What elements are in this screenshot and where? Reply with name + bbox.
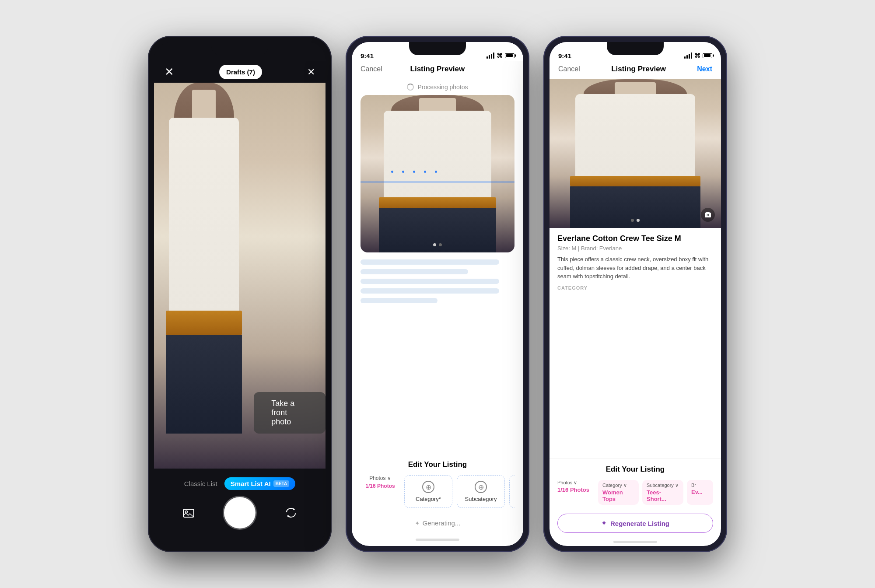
signal-bar-1	[486, 56, 488, 59]
edit-listing-title-3: Edit Your Listing	[557, 465, 713, 474]
skel-line-5	[360, 298, 438, 303]
tab-subcategory-label: Subcategory	[465, 496, 497, 502]
phone-3: 9:41 ⌘	[543, 36, 727, 552]
edit-listing-title-2: Edit Your Listing	[360, 460, 514, 469]
scan-dot-2	[402, 171, 404, 173]
edit-listing-section-2: Edit Your Listing Photos ∨ 1/16 Photos ⊕…	[352, 453, 523, 513]
belt-shape	[166, 311, 242, 335]
tab-category-2[interactable]: ⊕ Category*	[404, 475, 452, 508]
notch-2	[409, 42, 466, 55]
skeleton-area	[352, 252, 523, 453]
listing-image	[550, 79, 721, 228]
home-indicator-2	[352, 533, 523, 546]
cancel-button-3[interactable]: Cancel	[558, 65, 580, 73]
phone-1: ✕ Drafts (7) ✕	[148, 36, 332, 552]
category-circle-icon: ⊕	[422, 481, 434, 493]
camera-photo-bg: Take a front photo	[154, 83, 326, 469]
signal-bar-4-3	[691, 52, 692, 59]
smart-mode-label: Smart List AI	[231, 480, 271, 487]
page-title-2: Listing Preview	[410, 65, 465, 74]
regenerate-button[interactable]: ✦ Regenerate Listing	[557, 514, 713, 533]
close-icon[interactable]: ✕	[164, 65, 174, 79]
signal-bar-1-3	[684, 56, 686, 59]
gallery-icon[interactable]	[181, 505, 196, 521]
signal-bar-3	[491, 54, 492, 59]
skel-line-3	[360, 279, 499, 284]
svg-point-3	[707, 214, 709, 216]
scan-dots	[391, 171, 499, 173]
tab-subcategory-val-3: Tees- Short...	[647, 489, 679, 502]
tab-subcategory-3[interactable]: Subcategory ∨ Tees- Short...	[642, 480, 683, 505]
notch-3	[607, 42, 664, 55]
tab-photos-val-3: 1/16 Photos	[557, 486, 589, 493]
beta-badge: BETA	[273, 480, 289, 487]
tab-brand-2[interactable]: ⊕ B	[509, 475, 514, 508]
sparkle-icon-2: ✦	[415, 520, 420, 527]
edit-listing-section-3: Edit Your Listing Photos ∨ 1/16 Photos C…	[550, 458, 721, 509]
next-button-3[interactable]: Next	[697, 65, 712, 73]
jeans-shape	[166, 335, 242, 434]
camera-screen: ✕ Drafts (7) ✕	[154, 42, 326, 546]
shutter-button[interactable]	[224, 497, 256, 528]
classic-mode-option[interactable]: Classic List	[184, 480, 217, 487]
generating-text: Generating...	[423, 519, 461, 527]
status-time-2: 9:41	[360, 52, 374, 60]
status-time-3: 9:41	[558, 52, 571, 60]
smart-mode-option[interactable]: Smart List AI BETA	[224, 477, 295, 490]
image-dots-2	[433, 243, 442, 246]
skel-line-1	[360, 259, 499, 265]
phone-2: 9:41 ⌘	[346, 36, 529, 552]
home-bar-2	[416, 539, 459, 541]
edit-tabs-3: Photos ∨ 1/16 Photos Category ∨ Women To…	[557, 480, 713, 509]
tab-subcategory-label-3: Subcategory ∨	[647, 483, 679, 488]
listing-cam-icon[interactable]	[701, 208, 715, 222]
phone-2-screen: 9:41 ⌘	[352, 42, 523, 546]
phone-3-screen: 9:41 ⌘	[550, 42, 721, 546]
svg-point-1	[186, 511, 188, 513]
cancel-button-2[interactable]: Cancel	[360, 65, 382, 73]
tab-category-3[interactable]: Category ∨ Women Tops	[598, 480, 639, 505]
signal-bar-4	[493, 52, 494, 59]
battery-fill-2	[506, 54, 513, 57]
img-dot-2	[439, 243, 442, 246]
listing-image-dots	[631, 219, 640, 222]
camera-controls	[167, 497, 312, 528]
subcategory-circle-icon: ⊕	[475, 481, 487, 493]
drafts-button[interactable]: Drafts (7)	[219, 65, 262, 79]
processing-text: Processing photos	[417, 84, 468, 91]
battery-fill-3	[704, 54, 710, 57]
scan-dot-3	[413, 171, 415, 173]
status-icons-2: ⌘	[486, 52, 514, 59]
listing-meta: Size: M | Brand: Everlane	[557, 245, 713, 252]
listing-preview-screen: 9:41 ⌘	[550, 42, 721, 546]
scan-dot-5	[435, 171, 437, 173]
tab-photos-label-3: Photos ∨	[557, 480, 577, 486]
tab-photos-3[interactable]: Photos ∨ 1/16 Photos	[557, 480, 595, 505]
img-dot-1	[433, 243, 436, 246]
page-title-3: Listing Preview	[611, 65, 666, 74]
belt-shape-3	[570, 176, 700, 186]
flip-camera-icon[interactable]	[283, 505, 299, 521]
signal-bars-2	[486, 52, 494, 59]
wifi-icon-3: ⌘	[694, 52, 700, 59]
skel-line-4	[360, 288, 499, 294]
camera-top-bar: ✕ Drafts (7) ✕	[154, 61, 326, 83]
spinner-icon	[407, 84, 414, 91]
battery-icon-3	[703, 53, 712, 58]
fashion-photo	[154, 83, 254, 434]
processing-screen: 9:41 ⌘	[352, 42, 523, 546]
tab-brand-label-3: Br	[691, 483, 696, 488]
signal-bars-3	[684, 52, 692, 59]
listing-dot-2	[637, 219, 640, 222]
tab-subcategory-2[interactable]: ⊕ Subcategory	[457, 475, 505, 508]
tab-photos-2[interactable]: Photos ∨ 1/16 Photos	[360, 475, 400, 508]
camera-viewfinder: Take a front photo	[154, 83, 326, 469]
nav-bar-3: Cancel Listing Preview Next	[550, 61, 721, 79]
home-bar-3	[613, 541, 657, 543]
tab-category-val-3: Women Tops	[602, 489, 634, 502]
tab-brand-3[interactable]: Br Ev...	[687, 480, 713, 505]
camera-bottom-bar: Classic List Smart List AI BETA	[154, 469, 326, 546]
phone-1-screen: ✕ Drafts (7) ✕	[154, 42, 326, 546]
signal-bar-2	[489, 55, 490, 59]
edit-icon[interactable]: ✕	[307, 66, 315, 78]
